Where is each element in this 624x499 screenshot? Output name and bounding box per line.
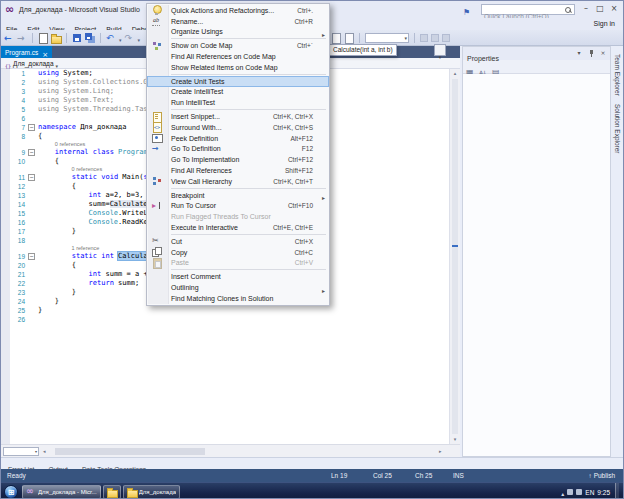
newfile-icon[interactable] (38, 33, 48, 43)
scroll-down-icon[interactable] (450, 435, 460, 444)
fwd-icon[interactable] (17, 33, 27, 43)
codelens-label[interactable]: 1 reference (72, 245, 100, 252)
code-text[interactable]: using System.Linq; (38, 87, 114, 96)
code-text[interactable]: using System.Threading.Tasks; (38, 105, 160, 114)
scroll-left-icon[interactable] (43, 447, 46, 456)
horizontal-scrollbar[interactable]: 111 % (1, 444, 460, 457)
code-text[interactable]: } (38, 227, 76, 236)
close-panel-icon[interactable] (598, 47, 608, 60)
code-text[interactable]: int summ = a + b; (38, 270, 160, 279)
code-text[interactable]: using System; (38, 69, 93, 78)
save-icon[interactable] (72, 33, 82, 43)
context-menu-item[interactable]: Create IntelliTest (147, 87, 329, 98)
context-menu-item[interactable]: Find All References on Code Map (147, 51, 329, 62)
context-menu-item[interactable]: Breakpoint (147, 190, 329, 201)
context-menu-item[interactable]: View Call HierarchyCtrl+K, Ctrl+T (147, 176, 329, 187)
taskbar-item[interactable] (103, 485, 121, 499)
open-icon[interactable] (51, 33, 61, 43)
zoom-level-dropdown[interactable]: 111 % (3, 447, 39, 456)
context-menu-item[interactable]: Run To CursorCtrl+F10 (147, 201, 329, 212)
taskbar-item[interactable]: Для_доклада - Micr... (22, 485, 101, 499)
code-text[interactable]: namespace Для_доклада (38, 123, 127, 132)
scrollbar-thumb[interactable] (55, 448, 205, 455)
tray-icon[interactable] (567, 489, 573, 495)
code-text[interactable]: { (38, 261, 76, 270)
code-text[interactable]: internal class Program (38, 148, 148, 157)
navbar-project-dropdown[interactable]: Для_доклада (5, 58, 58, 68)
taskbar-item[interactable]: Для_доклада (123, 485, 180, 499)
context-menu-item[interactable]: Go To ImplementationCtrl+F12 (147, 154, 329, 165)
codelens-label[interactable]: 0 references (72, 166, 103, 173)
vertical-scrollbar[interactable] (449, 69, 460, 444)
quick-launch-input[interactable]: Quick Launch (Ctrl+Q) (481, 4, 575, 15)
code-text[interactable]: using System.Text; (38, 96, 114, 105)
context-menu-item[interactable]: Create Unit Tests (147, 76, 329, 87)
scrollbar-thumb[interactable] (452, 79, 458, 434)
context-menu-item[interactable]: CutCtrl+X (147, 236, 329, 247)
chevron-down-icon[interactable] (574, 47, 584, 60)
code-text[interactable]: { (38, 157, 59, 166)
fold-collapse-icon[interactable] (28, 124, 35, 131)
scroll-up-icon[interactable] (450, 69, 460, 78)
show-desktop-button[interactable] (615, 483, 619, 499)
context-menu-item[interactable]: Run IntelliTest (147, 97, 329, 108)
minimize-button[interactable] (579, 1, 593, 18)
context-menu-item[interactable]: CopyCtrl+C (147, 247, 329, 258)
context-menu-item[interactable]: Run Flagged Threads To Cursor (147, 211, 329, 222)
context-menu-item[interactable]: Execute in InteractiveCtrl+E, Ctrl+E (147, 222, 329, 233)
context-menu-item[interactable]: PasteCtrl+V (147, 258, 329, 269)
code-text[interactable]: } (38, 306, 42, 315)
fold-collapse-icon[interactable] (28, 253, 35, 260)
fold-collapse-icon[interactable] (28, 174, 35, 181)
context-menu-item[interactable]: Rename...Ctrl+R (147, 16, 329, 27)
scroll-right-icon[interactable] (439, 447, 442, 456)
toolbar-combo[interactable] (365, 33, 409, 43)
sign-in-link[interactable]: Sign in (594, 18, 615, 30)
context-menu-item[interactable]: Find All ReferencesShift+F12 (147, 165, 329, 176)
undo-icon[interactable] (106, 33, 116, 43)
context-menu-item[interactable]: Surround With...Ctrl+K, Ctrl+S (147, 122, 329, 133)
side-tab-team-explorer[interactable]: Team Explorer (614, 54, 621, 96)
language-indicator[interactable]: EN (585, 489, 594, 496)
context-menu-item[interactable]: Insert Snippet...Ctrl+K, Ctrl+X (147, 111, 329, 122)
start-button[interactable] (4, 485, 18, 499)
code-text[interactable]: { (38, 182, 76, 191)
propertypages-icon[interactable] (492, 61, 503, 72)
alphabetical-icon[interactable] (479, 61, 490, 72)
code-text[interactable]: } (38, 288, 76, 297)
saveall-icon[interactable] (85, 33, 95, 43)
context-menu-item[interactable]: Show on Code MapCtrl+` (147, 40, 329, 51)
code-text[interactable]: { (38, 132, 42, 141)
clock[interactable]: 9:25 (597, 489, 610, 496)
chevron-up-icon[interactable] (561, 482, 564, 499)
member-dropdown-arrow[interactable] (434, 44, 446, 56)
doc-icon[interactable] (331, 33, 341, 43)
code-text[interactable]: return summ; (38, 279, 139, 288)
context-menu-item[interactable]: Show Related Items on Code Map (147, 62, 329, 73)
pin-icon[interactable] (586, 47, 596, 60)
context-menu-item[interactable]: Find Matching Clones in Solution (147, 293, 329, 304)
chevron-down-icon[interactable] (119, 28, 122, 48)
codelens-label[interactable]: 0 references (55, 141, 86, 148)
dot-icon[interactable] (442, 34, 450, 42)
doc-icon[interactable] (344, 33, 354, 43)
maximize-button[interactable] (593, 1, 607, 18)
redo-icon[interactable] (125, 33, 135, 43)
categorized-icon[interactable] (466, 61, 477, 72)
context-menu-item[interactable]: Go To DefinitionF12 (147, 144, 329, 155)
tray-icon[interactable] (576, 489, 582, 495)
context-menu-item[interactable]: Organize Usings (147, 27, 329, 38)
context-menu-item[interactable]: Outlining (147, 282, 329, 293)
publish-button[interactable]: Publish (588, 469, 615, 482)
dot-icon[interactable] (420, 34, 428, 42)
back-icon[interactable] (4, 33, 14, 43)
chevron-down-icon[interactable] (138, 28, 141, 48)
code-text[interactable]: } (38, 297, 59, 306)
side-tab-solution-explorer[interactable]: Solution Explorer (614, 104, 621, 154)
context-menu-item[interactable]: Peek DefinitionAlt+F12 (147, 133, 329, 144)
close-button[interactable] (607, 1, 621, 18)
context-menu-item[interactable]: Insert Comment (147, 271, 329, 282)
dot-icon[interactable] (431, 34, 439, 42)
fold-collapse-icon[interactable] (28, 149, 35, 156)
context-menu-item[interactable]: Quick Actions and Refactorings...Ctrl+. (147, 5, 329, 16)
